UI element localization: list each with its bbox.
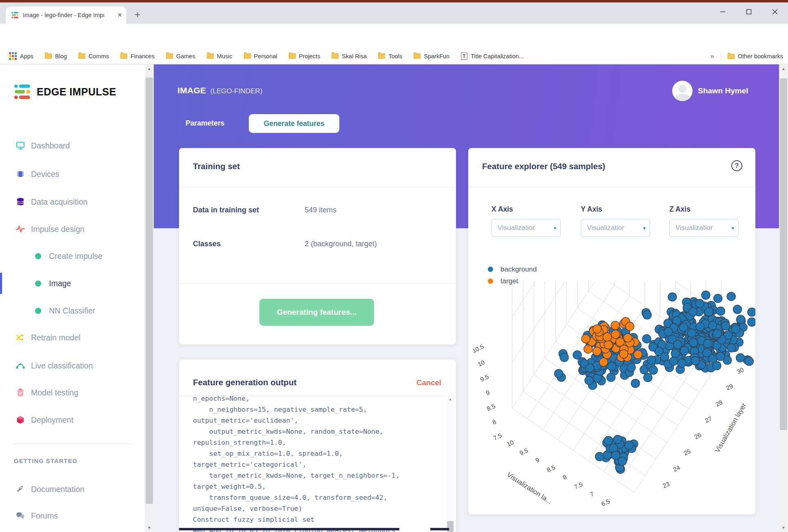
bookmark-comms[interactable]: Comms [78, 53, 109, 60]
feature-explorer-3d-plot[interactable]: 10.5109.598.587.5109.598.587.576.5302928… [473, 281, 755, 514]
data-point-background [689, 338, 698, 347]
bottom-axis-title: Visualization la... [505, 471, 553, 506]
data-point-background [704, 339, 712, 348]
data-point-background [696, 322, 704, 331]
scrollbar-thumb[interactable] [146, 77, 153, 504]
tab-parameters[interactable]: Parameters [186, 119, 224, 128]
console-output[interactable]: n_epochs=None, n_neighbors=15, negative_… [179, 395, 456, 532]
axis-tick: 7.5 [492, 432, 503, 441]
data-point-background [642, 335, 651, 343]
axis-tick: 6.5 [600, 498, 611, 508]
maximize-icon[interactable] [736, 2, 762, 21]
bookmark-finances[interactable]: Finances [120, 53, 155, 60]
scroll-up-icon[interactable]: ▲ [145, 66, 154, 71]
data-point-background [595, 453, 604, 461]
sidebar-item-data-acquisition[interactable]: Data acquisition [0, 190, 145, 213]
legend-item-background[interactable]: background [488, 263, 537, 275]
bookmark-apps[interactable]: Apps [9, 52, 33, 60]
database-icon [15, 197, 25, 207]
data-point-background [731, 324, 740, 333]
data-point-background [631, 379, 640, 388]
active-indicator [0, 273, 2, 294]
axis-tick: 30 [736, 366, 745, 375]
console-scrollbar[interactable]: ▲ [446, 395, 454, 532]
x-axis-select[interactable]: Visualization ▾ [491, 219, 561, 237]
folder-icon [332, 53, 339, 59]
data-point-target [626, 322, 634, 331]
bookmark-games[interactable]: Games [166, 53, 195, 60]
z-axis-select[interactable]: Visualization ▾ [669, 219, 739, 237]
data-point-background [705, 307, 713, 316]
edge-impulse-logo[interactable]: EDGE IMPULSE [14, 83, 116, 100]
bookmark-sparkfun[interactable]: SparkFun [414, 53, 449, 60]
y-axis-select[interactable]: Visualization ▾ [581, 219, 650, 237]
other-bookmarks[interactable]: Other bookmarks [728, 53, 783, 60]
bookmarks-overflow-chevron[interactable]: » [710, 52, 714, 60]
bookmark-blog[interactable]: Blog [45, 53, 67, 60]
tab-close-icon[interactable]: ✕ [117, 11, 122, 19]
axis-tick: 9 [534, 456, 540, 464]
minimize-icon[interactable] [710, 2, 736, 21]
data-point-target [584, 345, 592, 353]
console-line: transform_queue_size=4.0, transform_seed… [193, 492, 432, 503]
sidebar-item-documentation[interactable]: Documentation [0, 478, 145, 501]
sidebar-item-retrain-model[interactable]: Retrain model [0, 326, 145, 349]
green-dot-icon [35, 280, 41, 287]
page-icon: T [461, 53, 467, 60]
bookmark-title-capitalization-[interactable]: TTitle Capitalization... [461, 53, 524, 60]
scroll-up-icon[interactable]: ▲ [779, 66, 788, 71]
axis-tick: 7 [589, 490, 595, 498]
close-icon[interactable] [762, 2, 788, 21]
folder-icon [166, 53, 173, 59]
user-box[interactable]: Shawn Hymel [672, 81, 748, 101]
data-point-background [691, 356, 699, 365]
data-point-target [611, 321, 620, 330]
scroll-down-icon[interactable]: ▼ [145, 525, 154, 530]
axis-tick: 8 [491, 418, 497, 426]
bookmark-projects[interactable]: Projects [289, 53, 320, 60]
data-point-background [722, 322, 730, 330]
new-tab-icon[interactable]: + [135, 10, 140, 20]
data-point-background [660, 353, 669, 361]
bookmark-personal[interactable]: Personal [244, 53, 277, 60]
sidebar-item-dashboard[interactable]: Dashboard [0, 134, 145, 157]
chip-icon [15, 169, 25, 179]
sidebar-scrollbar[interactable]: ▲ ▼ [145, 64, 154, 532]
sidebar-item-devices[interactable]: Devices [0, 163, 145, 185]
generating-features-button[interactable]: Generating features... [259, 299, 374, 326]
page-scrollbar[interactable]: ▲ ▼ [779, 64, 788, 532]
scroll-down-icon[interactable]: ▼ [779, 525, 788, 530]
tab-title: Image - lego-finder - Edge Impul [23, 12, 104, 18]
chevron-down-icon: ▾ [553, 225, 556, 231]
tab-generate-features[interactable]: Generate features [249, 114, 339, 133]
sidebar-item-nn-classifier[interactable]: NN Classifier [0, 299, 145, 322]
axis-tick: 24 [672, 464, 681, 473]
axis-tick: 10 [477, 359, 486, 368]
cancel-link[interactable]: Cancel [416, 378, 441, 387]
console-line: set_op_mix_ratio=1.0, spread=1.0, [193, 448, 432, 459]
sidebar-item-live-classification[interactable]: Live classification [0, 354, 145, 377]
console-line: output_metric='euclidean', [193, 415, 432, 426]
axis-tick: 9 [485, 389, 491, 397]
help-icon[interactable]: ? [731, 160, 742, 171]
bookmark-label: Comms [89, 53, 109, 60]
bookmark-tools[interactable]: Tools [378, 53, 402, 60]
bookmark-label: Finances [131, 53, 155, 60]
sidebar-item-create-impulse[interactable]: Create impulse [0, 245, 145, 267]
bookmark-music[interactable]: Music [207, 53, 232, 60]
data-point-background [585, 376, 593, 385]
sidebar-item-model-testing[interactable]: Model testing [0, 381, 145, 404]
bookmark-skal-risa[interactable]: Skal Risa [332, 53, 367, 60]
sidebar-item-image[interactable]: Image [0, 272, 145, 295]
sidebar-item-forums[interactable]: Forums [0, 504, 145, 527]
edge-impulse-logo-icon [14, 83, 31, 100]
data-point-background [680, 323, 688, 331]
sidebar-item-deployment[interactable]: Deployment [0, 408, 145, 431]
scrollbar-thumb[interactable] [780, 78, 787, 430]
browser-tab[interactable]: Image - lego-finder - Edge Impul ✕ [6, 7, 126, 24]
sidebar-item-impulse-design[interactable]: Impulse design [0, 218, 145, 241]
data-point-background [737, 315, 745, 324]
scroll-up-icon[interactable]: ▲ [446, 397, 454, 401]
axis-tick: 7.5 [573, 481, 584, 490]
data-point-background [695, 299, 704, 308]
